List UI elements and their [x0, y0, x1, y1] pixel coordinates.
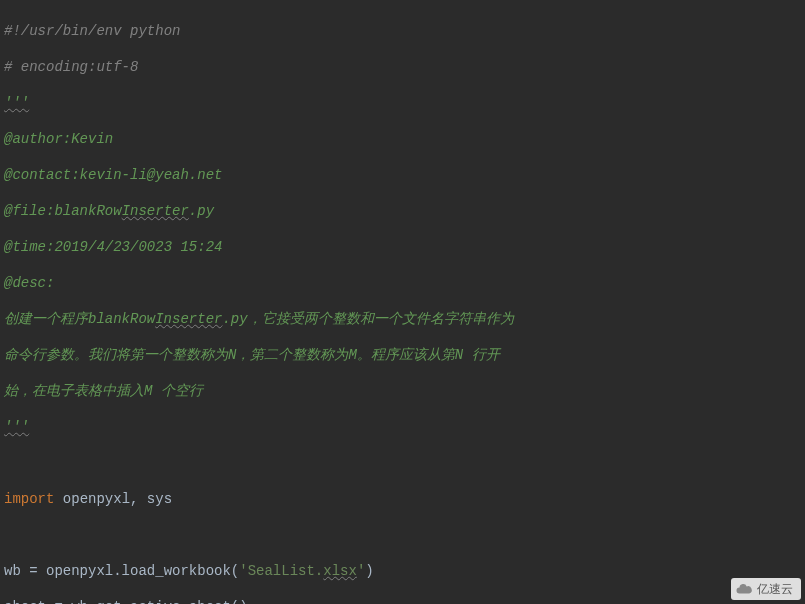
code-text: @contact:kevin-li@yeah.net	[4, 167, 222, 183]
code-text: xlsx	[323, 563, 357, 579]
code-text: sheet = wb.get_active_sheet()	[4, 599, 248, 604]
code-text: ，它接受两个整数和一个文件名字符串作为	[248, 311, 514, 327]
code-text: N	[455, 347, 463, 363]
code-text: '''	[4, 419, 29, 435]
code-text: ，第二个整数称为	[236, 347, 348, 363]
code-text: @file:blankRow	[4, 203, 122, 219]
code-text: 个空行	[152, 383, 202, 399]
code-text: #!/usr/bin/env python	[4, 23, 180, 39]
code-text: Inserter	[122, 203, 189, 219]
code-text: @time:2019/4/23/0023 15:24	[4, 239, 222, 255]
watermark-text: 亿速云	[757, 582, 793, 596]
code-text: .py	[189, 203, 214, 219]
code-text: M	[348, 347, 356, 363]
code-text: wb = openpyxl.load_workbook(	[4, 563, 239, 579]
watermark: 亿速云	[731, 578, 801, 600]
code-text: 'SealList.	[239, 563, 323, 579]
code-text: blankRow	[88, 311, 155, 327]
cloud-icon	[735, 580, 753, 598]
code-text: 创建一个程序	[4, 311, 88, 327]
code-text: 。程序应该从第	[357, 347, 455, 363]
code-text: @author:Kevin	[4, 131, 113, 147]
code-text: .py	[222, 311, 247, 327]
code-text: @desc:	[4, 275, 54, 291]
code-text: import	[4, 491, 54, 507]
code-text: 始，在电子表格中插入	[4, 383, 144, 399]
code-text: 行开	[463, 347, 499, 363]
code-editor[interactable]: #!/usr/bin/env python # encoding:utf-8 '…	[0, 0, 805, 604]
code-text: openpyxl, sys	[54, 491, 172, 507]
code-text: Inserter	[155, 311, 222, 327]
code-text: '''	[4, 95, 29, 111]
code-text: )	[365, 563, 373, 579]
code-text: 命令行参数。我们将第一个整数称为	[4, 347, 228, 363]
code-text: # encoding:utf-8	[4, 59, 138, 75]
